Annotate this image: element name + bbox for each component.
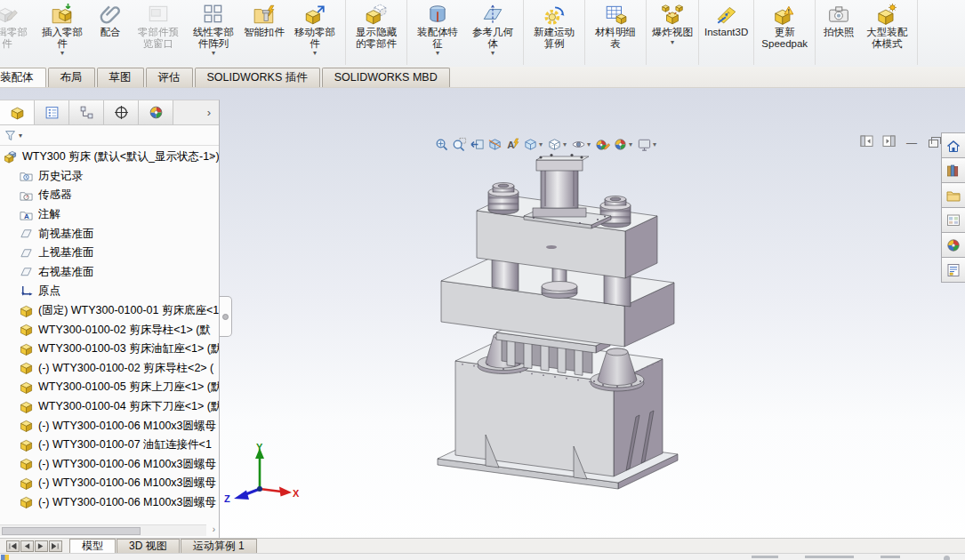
- tab-nav-last-button[interactable]: [49, 540, 62, 552]
- model-shear-machine[interactable]: [438, 154, 678, 489]
- headsup-zoom-fit-button[interactable]: [433, 136, 450, 153]
- taskpane-file-explorer-button[interactable]: [941, 182, 965, 208]
- tree-item-label: (-) WTY300-0100-06 M100x3圆螺母: [38, 457, 216, 472]
- ribbon-button-linear-pattern[interactable]: 线性零部件阵列▾: [186, 0, 241, 64]
- tree-filter-row[interactable]: ▾: [0, 125, 219, 146]
- ribbon-button-bom[interactable]: 材料明细表: [588, 0, 643, 64]
- panel-splitter-handle[interactable]: [220, 296, 232, 337]
- bom-icon: [604, 3, 627, 27]
- ribbon-button-exploded-view[interactable]: 爆炸视图▾: [649, 0, 696, 64]
- ribbon-button-assembly-features[interactable]: 装配体特征▾: [410, 0, 465, 64]
- tree-item-sensors-2[interactable]: 传感器: [0, 186, 219, 205]
- tree-item-part-14[interactable]: (-) WTY300-0100-06 M100x3圆螺母: [0, 416, 219, 436]
- headsup-view-settings-button[interactable]: ▾: [636, 136, 659, 153]
- panel-tab-configurationmanager[interactable]: [69, 100, 104, 124]
- dropdown-caret-icon[interactable]: ▾: [60, 50, 64, 57]
- ribbon-button-label: 新建运动算例: [529, 27, 579, 49]
- dropdown-caret-icon[interactable]: ▾: [587, 140, 591, 148]
- tree-item-plane-6[interactable]: 右视基准面: [0, 263, 219, 283]
- tree-item-part-10[interactable]: WTY300-0100-03 剪床油缸座<1> (默: [0, 340, 219, 359]
- tab-nav-prev-button[interactable]: [20, 540, 34, 552]
- tree-item-label: (-) WTY300-0100-02 剪床导柱<2> (: [38, 361, 213, 376]
- ribbon-button-large-assembly[interactable]: 大型装配体模式: [859, 0, 914, 64]
- ribbon-button-instant3d[interactable]: Instant3D: [702, 0, 751, 64]
- dropdown-caret-icon[interactable]: ▾: [671, 39, 674, 46]
- tree-item-part-18[interactable]: (-) WTY300-0100-06 M100x3圆螺母: [0, 493, 219, 513]
- tree-item-plane-5[interactable]: 上视基准面: [0, 244, 219, 263]
- headsup-apply-scene-button[interactable]: ▾: [612, 136, 635, 153]
- dropdown-caret-icon[interactable]: ▾: [212, 50, 215, 57]
- tree-scroll-down-arrow[interactable]: ∨: [208, 499, 214, 507]
- command-tab-6[interactable]: SOLIDWORKS MBD: [322, 68, 450, 87]
- tree-scroll-up-arrow[interactable]: ∧: [208, 153, 214, 161]
- collapse-pane-right-button[interactable]: [882, 135, 897, 151]
- tree-item-part-12[interactable]: WTY300-0100-05 剪床上刀座<1> (默: [0, 378, 219, 397]
- panel-tab-propertymanager[interactable]: [35, 100, 69, 124]
- collapse-pane-left-button[interactable]: [860, 135, 874, 151]
- ribbon-button-snapshot[interactable]: 拍快照: [818, 0, 859, 64]
- taskpane-home-button[interactable]: [941, 132, 965, 158]
- tree-item-plane-4[interactable]: 前视基准面: [0, 224, 219, 244]
- ribbon-button-move-component[interactable]: 移动零部件▾: [287, 0, 342, 64]
- taskpane-appearances-button[interactable]: [941, 232, 965, 258]
- command-tab-5[interactable]: SOLIDWORKS 插件: [195, 68, 320, 87]
- tree-item-history-1[interactable]: 历史记录: [0, 167, 219, 187]
- tree-item-annotations-3[interactable]: A注解: [0, 205, 219, 225]
- headsup-edit-appearance-button[interactable]: [594, 136, 611, 153]
- panel-tab-displaymanager[interactable]: [139, 100, 173, 124]
- tab-nav-first-button[interactable]: [6, 540, 20, 552]
- headsup-display-style-button[interactable]: ▾: [546, 136, 569, 153]
- headsup-annotation-view-button[interactable]: A: [504, 136, 521, 153]
- tree-item-part-17[interactable]: (-) WTY300-0100-06 M100x3圆螺母: [0, 474, 219, 493]
- headsup-previous-view-button[interactable]: [469, 136, 486, 153]
- panel-tab-featuremanager[interactable]: [0, 100, 35, 124]
- scroll-right-arrow[interactable]: ›: [213, 524, 215, 534]
- scrollbar-thumb[interactable]: [2, 527, 141, 535]
- part-icon: [20, 342, 34, 356]
- ribbon-button-mate[interactable]: 配合: [90, 0, 131, 64]
- tree-item-part-16[interactable]: (-) WTY300-0100-06 M100x3圆螺母: [0, 455, 219, 475]
- command-tab-4[interactable]: 评估: [146, 68, 193, 87]
- model-left-nut: [488, 183, 519, 215]
- tree-item-origin-7[interactable]: 原点: [0, 282, 219, 301]
- panel-expand-arrow[interactable]: ›: [199, 100, 219, 124]
- dropdown-caret-icon[interactable]: ▾: [629, 140, 632, 148]
- restore-button[interactable]: [929, 140, 938, 148]
- dropdown-caret-icon[interactable]: ▾: [313, 50, 317, 57]
- dropdown-caret-icon[interactable]: ▾: [539, 140, 543, 148]
- dropdown-caret-icon[interactable]: ▾: [436, 50, 439, 57]
- tree-item-part-9[interactable]: WTY300-0100-02 剪床导柱<1> (默: [0, 320, 219, 340]
- document-tab-2[interactable]: 3D 视图: [117, 539, 180, 553]
- document-tab-3[interactable]: 运动算例 1: [181, 539, 257, 553]
- headsup-hide-show-items-button[interactable]: ▾: [570, 136, 593, 153]
- headsup-zoom-area-button[interactable]: [451, 136, 468, 153]
- tree-horizontal-scrollbar[interactable]: [0, 524, 206, 536]
- command-tab-1[interactable]: 装配体: [0, 68, 46, 87]
- ribbon-button-reference-geometry[interactable]: 参考几何体▾: [465, 0, 520, 64]
- dropdown-caret-icon[interactable]: ▾: [491, 50, 495, 57]
- ribbon-button-motion-study[interactable]: 新建运动算例: [527, 0, 582, 64]
- tree-item-part-8[interactable]: (固定) WTY300-0100-01 剪床底座<1: [0, 301, 219, 321]
- minimize-button[interactable]: —: [905, 137, 919, 149]
- tree-item-root[interactable]: WTY300 剪床 (默认<默认_显示状态-1>): [0, 148, 219, 167]
- headsup-section-view-button[interactable]: [487, 136, 503, 153]
- dropdown-caret-icon[interactable]: ▾: [653, 140, 656, 148]
- taskpane-custom-properties-button[interactable]: [941, 257, 965, 283]
- filter-funnel-icon: [4, 130, 16, 141]
- taskpane-design-library-button[interactable]: [941, 157, 965, 183]
- ribbon-button-show-hidden[interactable]: 显示隐藏的零部件: [349, 0, 404, 64]
- tree-item-part-11[interactable]: (-) WTY300-0100-02 剪床导柱<2> (: [0, 359, 219, 379]
- ribbon-button-smart-fasteners[interactable]: 智能扣件: [241, 0, 287, 64]
- tree-item-part-13[interactable]: WTY300-0100-04 剪床下刀座<1> (默: [0, 397, 219, 417]
- tree-item-part-15[interactable]: (-) WTY300-0100-07 油缸连接件<1: [0, 436, 219, 455]
- ribbon-button-update-speedpak[interactable]: 更新 Speedpak: [757, 0, 812, 64]
- tab-nav-next-button[interactable]: [35, 540, 48, 552]
- dropdown-caret-icon[interactable]: ▾: [563, 140, 567, 148]
- taskpane-view-palette-button[interactable]: [941, 207, 965, 233]
- panel-tab-dimxpertmanager[interactable]: [104, 100, 139, 124]
- command-tab-3[interactable]: 草图: [97, 68, 144, 87]
- command-tab-2[interactable]: 布局: [48, 68, 95, 87]
- headsup-view-orientation-button[interactable]: ▾: [522, 136, 545, 153]
- ribbon-button-insert-component[interactable]: 插入零部件▾: [35, 0, 90, 64]
- document-tab-1[interactable]: 模型: [69, 539, 116, 553]
